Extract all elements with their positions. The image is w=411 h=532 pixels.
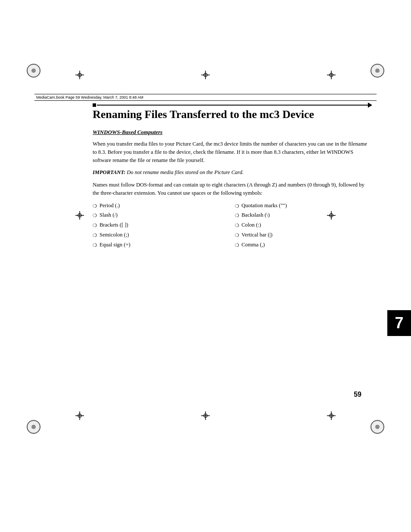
crosshair-botcenter-icon xyxy=(201,411,210,422)
crosshair-midright-icon xyxy=(327,211,336,221)
crosshair-botleft-icon xyxy=(75,411,84,422)
bullet-icon: ❍ xyxy=(235,202,239,210)
crosshair-topright-icon xyxy=(327,71,336,81)
symbol-equal: Equal sign (=) xyxy=(100,241,131,249)
important-label: IMPORTANT: xyxy=(93,169,125,175)
bullet-icon: ❍ xyxy=(93,212,97,219)
list-item: ❍ Slash (/) xyxy=(93,211,230,219)
content-area: Renaming Files Transferred to the mc3 De… xyxy=(93,108,372,250)
bullet-icon: ❍ xyxy=(235,212,239,219)
symbol-list: ❍ Period (.) ❍ Slash (/) ❍ Brackets ([ ]… xyxy=(93,202,372,251)
crosshair-botright-icon xyxy=(327,411,336,422)
bullet-icon: ❍ xyxy=(235,222,239,229)
paragraph1: When you transfer media files to your Pi… xyxy=(93,140,372,164)
main-heading: Renaming Files Transferred to the mc3 De… xyxy=(93,108,372,121)
page: MediaCam.book Page 59 Wednesday, March 7… xyxy=(0,0,411,532)
crosshair-topleft-icon xyxy=(75,71,84,81)
header-bar: MediaCam.book Page 59 Wednesday, March 7… xyxy=(34,94,377,101)
bullet-icon: ❍ xyxy=(93,222,97,229)
symbol-backslash: Backslash (\) xyxy=(242,211,270,219)
chapter-number: 7 xyxy=(395,314,403,332)
arrow-line xyxy=(97,105,368,106)
black-square-icon xyxy=(93,103,96,107)
crosshair-midleft-icon xyxy=(75,211,84,221)
gear-topleft-icon xyxy=(27,64,40,78)
list-item: ❍ Backslash (\) xyxy=(235,211,373,219)
symbol-semicolon: Semicolon (;) xyxy=(100,231,129,239)
list-item: ❍ Brackets ([ ]) xyxy=(93,221,230,229)
symbol-brackets: Brackets ([ ]) xyxy=(100,221,128,229)
symbol-quotation: Quotation marks ("") xyxy=(242,202,287,210)
list-item: ❍ Semicolon (;) xyxy=(93,231,230,239)
list-item: ❍ Vertical bar (|) xyxy=(235,231,373,239)
symbol-column-right: ❍ Quotation marks ("") ❍ Backslash (\) ❍… xyxy=(235,202,373,251)
gear-topright-icon xyxy=(371,64,384,78)
top-arrow-decoration xyxy=(93,103,372,108)
list-item: ❍ Comma (,) xyxy=(235,241,373,249)
chapter-tab: 7 xyxy=(387,310,411,336)
section-heading: WINDOWS-Based Computers xyxy=(93,129,372,136)
symbol-slash: Slash (/) xyxy=(100,211,118,219)
important-body: Do not rename media files stored on the … xyxy=(125,169,243,175)
symbol-column-left: ❍ Period (.) ❍ Slash (/) ❍ Brackets ([ ]… xyxy=(93,202,230,251)
bullet-icon: ❍ xyxy=(93,202,97,210)
gear-botleft-icon xyxy=(27,420,40,434)
crosshair-topcenter-icon xyxy=(201,71,210,81)
bullet-icon: ❍ xyxy=(235,242,239,249)
list-item: ❍ Quotation marks ("") xyxy=(235,202,373,210)
bullet-icon: ❍ xyxy=(93,242,97,249)
page-number: 59 xyxy=(354,391,361,398)
symbol-comma: Comma (,) xyxy=(242,241,265,249)
arrow-head-icon xyxy=(368,103,372,108)
gear-botright-icon xyxy=(371,420,384,434)
header-text: MediaCam.book Page 59 Wednesday, March 7… xyxy=(34,95,377,100)
important-paragraph: IMPORTANT: Do not rename media files sto… xyxy=(93,168,372,177)
symbol-colon: Colon (:) xyxy=(242,221,261,229)
bullet-icon: ❍ xyxy=(93,232,97,239)
list-item: ❍ Equal sign (=) xyxy=(93,241,230,249)
paragraph2: Names must follow DOS-format and can con… xyxy=(93,181,372,197)
symbol-vertical-bar: Vertical bar (|) xyxy=(242,231,273,239)
symbol-period: Period (.) xyxy=(100,202,120,210)
bullet-icon: ❍ xyxy=(235,232,239,239)
list-item: ❍ Period (.) xyxy=(93,202,230,210)
list-item: ❍ Colon (:) xyxy=(235,221,373,229)
